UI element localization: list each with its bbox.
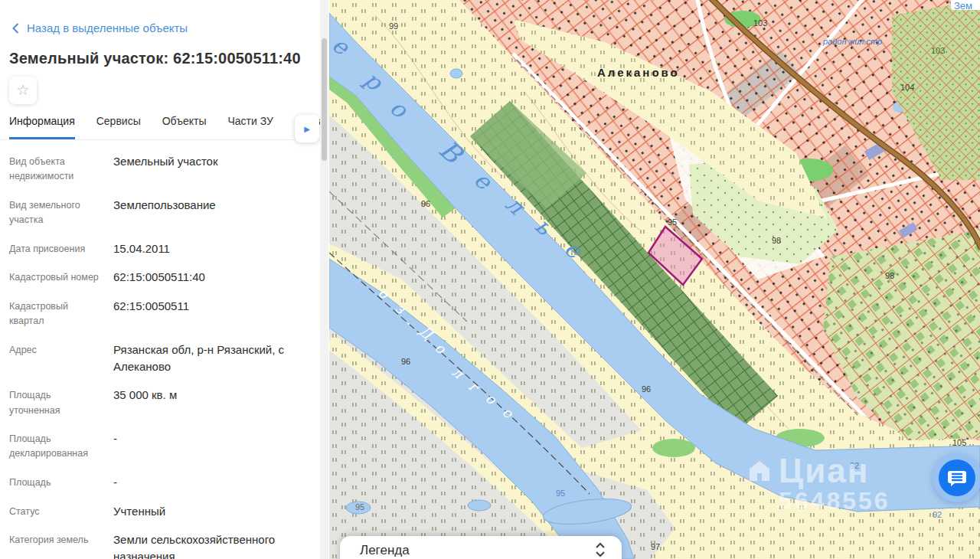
attribute-row: СтатусУчтенный: [9, 503, 315, 520]
tabs-scroll-right-button[interactable]: ▶: [295, 115, 319, 142]
attribute-label: Дата присвоения: [9, 240, 101, 257]
attribute-label: Площадь: [9, 474, 101, 491]
attribute-value: Учтенный: [113, 503, 311, 520]
chat-bubble-icon: [947, 468, 967, 488]
attribute-row: Кадастровый номер62:15:0050511:40: [9, 269, 315, 286]
attribute-value: Землепользование: [113, 197, 311, 228]
legend-toggle-button[interactable]: [593, 541, 608, 559]
attribute-label: Кадастровый номер: [9, 269, 101, 286]
panel-scrollbar-thumb[interactable]: [322, 38, 327, 161]
attribute-label: Кадастровый квартал: [9, 298, 101, 329]
attribute-label: Статус: [9, 503, 101, 520]
attribute-value: 62:15:0050511:40: [113, 269, 311, 286]
attribute-label: Площадь уточненная: [9, 387, 101, 418]
tab-0[interactable]: Информация: [9, 115, 75, 139]
legend-panel: Легенда: [340, 536, 622, 559]
topographic-map-canvas: [329, 0, 980, 559]
attribute-row: Площадь-: [9, 474, 315, 491]
back-link[interactable]: Назад в выделенные объекты: [12, 21, 329, 34]
attribute-value: -: [113, 430, 311, 462]
chat-button-inner: [939, 459, 975, 496]
tab-3[interactable]: Части ЗУ: [227, 115, 273, 139]
attribute-value: 62:15:0050511: [113, 298, 311, 329]
attribute-row: Вид объекта недвижимостиЗемельный участо…: [9, 153, 315, 185]
parcel-info-panel: Назад в выделенные объекты Земельный уча…: [0, 0, 329, 559]
attribute-value: Земельный участок: [113, 153, 311, 185]
attribute-row: Площадь уточненная35 000 кв. м: [9, 387, 315, 418]
back-link-label: Назад в выделенные объекты: [27, 21, 188, 34]
attribute-label: Адрес: [9, 342, 101, 375]
attribute-row: Дата присвоения15.04.2011: [9, 240, 315, 257]
attribute-value: 15.04.2011: [113, 240, 311, 257]
attribute-row: Площадь декларированная-: [9, 430, 315, 462]
panel-scrollbar: [320, 0, 328, 559]
attribute-label: Категория земель: [9, 531, 101, 559]
attribute-row: Вид земельного участкаЗемлепользование: [9, 197, 315, 228]
attribute-label: Вид объекта недвижимости: [9, 153, 101, 185]
page-title: Земельный участок: 62:15:0050511:40: [9, 50, 329, 67]
attribute-value: Земли сельскохозяйственного назначения: [113, 531, 311, 559]
chat-button[interactable]: [933, 453, 980, 502]
tab-bar: ИнформацияСервисыОбъектыЧасти ЗУСоста: [0, 115, 320, 140]
corner-cutoff-text: Зем: [951, 0, 980, 10]
favorite-button[interactable]: ☆: [9, 77, 37, 104]
chevron-left-icon: [12, 23, 19, 34]
attribute-row: Категория земельЗемли сельскохозяйственн…: [9, 531, 315, 559]
map[interactable]: 99АлекановоероВелье969696оз.Долгое959898…: [329, 0, 980, 559]
legend-title: Легенда: [360, 543, 410, 558]
parcel-attributes: Вид объекта недвижимостиЗемельный участо…: [9, 153, 315, 559]
tab-2[interactable]: Объекты: [162, 115, 207, 139]
attribute-row: Кадастровый квартал62:15:0050511: [9, 298, 315, 329]
star-icon: ☆: [16, 82, 29, 98]
attribute-value: Рязанская обл, р-н Рязанский, с Алеканов…: [113, 342, 311, 375]
attribute-label: Площадь декларированная: [9, 430, 101, 462]
chevron-up-down-icon: [595, 541, 606, 558]
tab-1[interactable]: Сервисы: [96, 115, 141, 139]
attribute-row: АдресРязанская обл, р-н Рязанский, с Але…: [9, 342, 315, 375]
attribute-label: Вид земельного участка: [9, 197, 101, 228]
attribute-value: 35 000 кв. м: [113, 387, 311, 418]
chevron-right-icon: ▶: [304, 125, 310, 133]
attribute-value: -: [113, 474, 311, 491]
